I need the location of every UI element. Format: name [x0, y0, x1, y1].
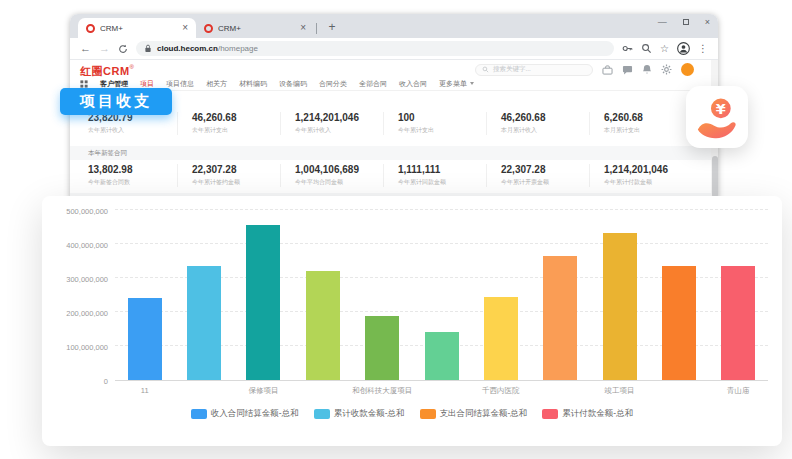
chart-bar[interactable]	[662, 266, 696, 380]
crm-search-input[interactable]: 搜索关键字...	[475, 64, 593, 76]
stat-value: 1,004,106,689	[295, 164, 389, 175]
stat-label: 今年累计开票金额	[501, 178, 595, 187]
chart-plot-area	[115, 211, 768, 381]
browser-menu-icon[interactable]: ⋮	[698, 44, 708, 54]
password-key-icon[interactable]	[622, 43, 633, 54]
tab-separator	[316, 23, 317, 34]
chart-bar[interactable]	[306, 271, 340, 380]
url-domain: cloud.hecom.cn	[157, 44, 218, 53]
tab-close-icon[interactable]: ×	[182, 23, 188, 33]
hand-holding-coin-icon: ¥	[694, 94, 740, 140]
x-axis-label: 竣工项目	[605, 386, 635, 396]
crm-page: 红圈CRM® 搜索关键字...	[70, 60, 718, 200]
y-axis-tick-label: 400,000,000	[42, 241, 108, 250]
browser-tab-active[interactable]: CRM+ ×	[78, 18, 196, 38]
zoom-page-icon[interactable]	[641, 43, 652, 54]
crm-nav-item[interactable]: 相关方	[206, 79, 227, 89]
crm-nav-item[interactable]: 全部合同	[359, 79, 387, 89]
window-maximize-button[interactable]	[683, 19, 689, 25]
window-minimize-button[interactable]: —	[658, 17, 667, 27]
stat-value: 1,214,201,046	[295, 112, 389, 123]
project-budget-badge: 项目收支	[60, 88, 172, 115]
legend-item[interactable]: 累计付款金额-总和	[542, 408, 633, 420]
crm-nav-item[interactable]: 项目信息	[166, 79, 194, 89]
crm-nav-item[interactable]: 材料编码	[239, 79, 267, 89]
briefcase-icon[interactable]	[602, 65, 613, 75]
section-band: 本年新签合同	[70, 146, 711, 160]
legend-item[interactable]: 累计收款金额-总和	[314, 408, 405, 420]
stat-label: 今年累计付款金额	[604, 178, 698, 187]
browser-tab-inactive[interactable]: CRM+ ×	[196, 18, 314, 38]
chart-bar[interactable]	[543, 256, 577, 380]
stat-label: 今年平均合同金额	[295, 178, 389, 187]
chat-icon[interactable]	[622, 65, 633, 75]
stat-label: 去年累计收入	[88, 126, 183, 135]
bookmark-star-icon[interactable]: ☆	[660, 44, 669, 54]
lock-icon	[144, 44, 152, 53]
chart-bar[interactable]	[484, 297, 518, 380]
tab-title: CRM+	[218, 24, 295, 33]
y-axis-tick-label: 200,000,000	[42, 309, 108, 318]
stats-row-overview: 23,820.79去年累计收入46,260.68去年累计支出1,214,201,…	[70, 112, 706, 135]
chart-bar[interactable]	[246, 225, 280, 380]
chart-card: 500,000,000400,000,000300,000,000200,000…	[42, 196, 782, 446]
legend-item[interactable]: 收入合同结算金额-总和	[191, 408, 299, 420]
crm-nav-item[interactable]: 项目	[140, 79, 154, 89]
stat-label: 去年累计支出	[192, 126, 286, 135]
chart-bar[interactable]	[603, 233, 637, 380]
tab-close-icon[interactable]: ×	[300, 23, 306, 33]
legend-label: 支出合同结算金额-总和	[440, 408, 528, 420]
stat-value: 46,260.68	[501, 112, 595, 123]
legend-swatch	[542, 409, 558, 419]
stat-value: 6,260.68	[604, 112, 698, 123]
chart-bar[interactable]	[187, 266, 221, 380]
user-avatar[interactable]	[681, 63, 694, 76]
crm-favicon-icon	[204, 24, 213, 33]
y-axis-tick-label: 0	[42, 377, 108, 386]
stat-cell: 46,260.68去年累计支出	[177, 112, 294, 135]
legend-item[interactable]: 支出合同结算金额-总和	[420, 408, 528, 420]
url-bar[interactable]: cloud.hecom.cn/homepage	[136, 41, 614, 56]
window-close-button[interactable]: ×	[705, 17, 710, 27]
x-axis-label: 青山庙	[727, 386, 750, 396]
gridline	[115, 243, 768, 244]
money-icon-card: ¥	[686, 86, 748, 148]
chart-bar[interactable]	[721, 266, 755, 380]
crm-header-icons	[602, 64, 672, 75]
settings-gear-icon[interactable]	[661, 64, 672, 75]
x-axis: 11保修项目和创科技大厦项目千西内医院竣工项目青山庙	[115, 386, 768, 398]
apps-grid-icon[interactable]	[80, 80, 88, 88]
forward-button[interactable]: →	[99, 43, 110, 54]
legend-swatch	[191, 409, 207, 419]
crm-nav-item[interactable]: 客户管理	[100, 79, 128, 89]
crm-nav-item[interactable]: 设备编码	[279, 79, 307, 89]
chart-bar[interactable]	[128, 298, 162, 380]
bell-icon[interactable]	[642, 64, 652, 75]
browser-tab-strip: CRM+ × CRM+ × + — ×	[70, 14, 718, 38]
y-axis: 500,000,000400,000,000300,000,000200,000…	[42, 211, 108, 381]
reload-icon	[118, 44, 128, 54]
crm-nav-item[interactable]: 合同分类	[319, 79, 347, 89]
stat-label: 今年累计回款金额	[398, 178, 492, 187]
window-controls: — ×	[658, 15, 710, 29]
crm-nav-item[interactable]: 更多菜单	[439, 79, 474, 89]
stat-label: 本月累计收入	[501, 126, 595, 135]
chart-bar[interactable]	[365, 316, 399, 380]
crm-logo: 红圈CRM®	[80, 61, 134, 79]
legend-label: 累计付款金额-总和	[562, 408, 633, 420]
y-axis-tick-label: 300,000,000	[42, 275, 108, 284]
stat-cell: 22,307.28今年累计签约金额	[177, 164, 294, 187]
chart-bar[interactable]	[425, 332, 459, 380]
stat-value: 46,260.68	[192, 112, 286, 123]
scrollbar-thumb[interactable]	[712, 156, 718, 198]
back-button[interactable]: ←	[80, 43, 91, 54]
y-axis-tick-label: 100,000,000	[42, 343, 108, 352]
stat-cell: 100今年累计支出	[383, 112, 500, 135]
browser-profile-avatar[interactable]	[677, 42, 690, 55]
reload-button[interactable]	[118, 44, 128, 54]
stat-cell: 46,260.68本月累计收入	[486, 112, 603, 135]
new-tab-button[interactable]: +	[323, 18, 341, 36]
crm-nav-item[interactable]: 收入合同	[399, 79, 427, 89]
stat-cell: 1,214,201,046今年累计收入	[280, 112, 397, 135]
yen-symbol: ¥	[716, 101, 726, 117]
